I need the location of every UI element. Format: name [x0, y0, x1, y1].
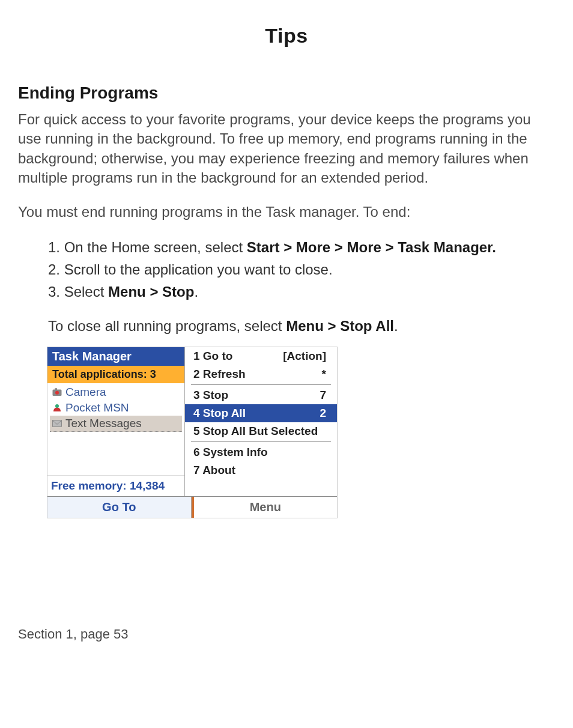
- softkey-bar: Go To Menu: [47, 496, 337, 518]
- section-heading: Ending Programs: [18, 83, 555, 103]
- step-2: 2. Scroll to the application you want to…: [48, 258, 555, 281]
- envelope-icon: [51, 417, 63, 429]
- menu-item-stop-all-key: 2: [320, 407, 326, 420]
- paragraph-1: For quick access to your favorite progra…: [18, 110, 555, 188]
- task-manager-screenshot: Task Manager Total applications: 3 Camer…: [47, 347, 338, 518]
- task-manager-subtitle: Total applications: 3: [47, 366, 184, 383]
- step-3-suffix: .: [194, 284, 198, 300]
- closing-note-suffix: .: [394, 318, 398, 334]
- step-1-prefix: 1. On the Home screen, select: [48, 239, 247, 255]
- closing-note-bold: Menu > Stop All: [286, 318, 394, 334]
- menu-item-stop-all[interactable]: 4 Stop All 2: [185, 404, 337, 422]
- step-3-bold: Menu > Stop: [108, 284, 194, 300]
- app-item-camera-label: Camera: [65, 386, 106, 399]
- menu-item-stop-key: 7: [320, 389, 326, 402]
- paragraph-2: You must end running programs in the Tas…: [18, 202, 555, 222]
- menu-item-about[interactable]: 7 About: [185, 461, 337, 479]
- menu-item-refresh-key: *: [322, 368, 326, 381]
- steps-list: 1. On the Home screen, select Start > Mo…: [48, 236, 555, 303]
- menu-item-stop-all-but-selected[interactable]: 5 Stop All But Selected: [185, 422, 337, 440]
- task-manager-left-pane: Task Manager Total applications: 3 Camer…: [47, 347, 185, 496]
- menu-item-stop-label: 3 Stop: [193, 389, 228, 402]
- closing-note: To close all running programs, select Me…: [48, 315, 555, 337]
- app-item-camera[interactable]: Camera: [50, 384, 182, 400]
- app-item-text-messages[interactable]: Text Messages: [50, 416, 182, 432]
- step-1: 1. On the Home screen, select Start > Mo…: [48, 236, 555, 258]
- menu-item-stop-all-label: 4 Stop All: [193, 407, 246, 420]
- camera-icon: [51, 386, 63, 398]
- softkey-menu[interactable]: Menu: [194, 497, 338, 518]
- svg-rect-2: [55, 388, 57, 390]
- free-memory-label: Free memory: 14,384: [47, 475, 184, 496]
- app-item-pocket-msn-label: Pocket MSN: [65, 401, 129, 414]
- softkey-goto[interactable]: Go To: [47, 497, 192, 518]
- step-1-bold: Start > More > More > Task Manager.: [247, 239, 496, 255]
- menu-item-goto-label: 1 Go to: [193, 350, 232, 363]
- closing-note-prefix: To close all running programs, select: [48, 318, 286, 334]
- menu-item-refresh[interactable]: 2 Refresh *: [185, 365, 337, 383]
- app-item-pocket-msn[interactable]: Pocket MSN: [50, 400, 182, 416]
- svg-point-3: [55, 404, 59, 408]
- page-title: Tips: [18, 24, 555, 47]
- app-item-text-messages-label: Text Messages: [65, 417, 142, 430]
- menu-item-stop[interactable]: 3 Stop 7: [185, 386, 337, 404]
- task-manager-title: Task Manager: [47, 347, 184, 366]
- page-footer: Section 1, page 53: [18, 626, 555, 642]
- step-3-prefix: 3. Select: [48, 284, 108, 300]
- msn-icon: [51, 402, 63, 414]
- menu-divider: [191, 384, 331, 385]
- menu-item-goto-key: [Action]: [283, 350, 326, 363]
- menu-item-goto[interactable]: 1 Go to [Action]: [185, 347, 337, 365]
- menu-divider: [191, 441, 331, 442]
- task-manager-menu-pane: 1 Go to [Action] 2 Refresh * 3 Stop 7 4 …: [185, 347, 337, 496]
- menu-item-system-info[interactable]: 6 System Info: [185, 443, 337, 461]
- step-3: 3. Select Menu > Stop.: [48, 281, 555, 303]
- menu-item-refresh-label: 2 Refresh: [193, 368, 246, 381]
- svg-point-1: [55, 390, 59, 394]
- menu-item-about-label: 7 About: [193, 464, 235, 477]
- menu-item-stop-all-but-selected-label: 5 Stop All But Selected: [193, 425, 318, 438]
- menu-item-system-info-label: 6 System Info: [193, 446, 268, 459]
- app-list: Camera Pocket MSN Text Messages: [47, 383, 184, 433]
